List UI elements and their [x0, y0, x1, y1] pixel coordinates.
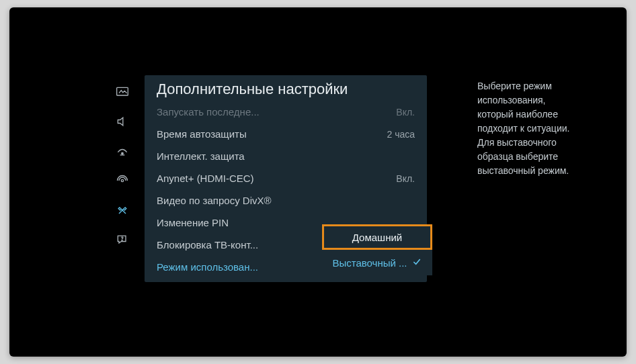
setting-value: Вкл. [396, 107, 415, 118]
picture-icon[interactable] [114, 85, 131, 99]
svg-point-3 [122, 240, 122, 240]
setting-label: Режим использован... [157, 261, 258, 273]
settings-content: Дополнительные настройки Запускать после… [106, 75, 536, 304]
setting-label: Время автозащиты [157, 128, 247, 140]
popup-option-label: Выставочный ... [332, 257, 407, 269]
help-text: Выберите режим использования, который на… [477, 79, 578, 178]
tv-frame: Дополнительные настройки Запускать после… [9, 7, 627, 357]
system-icon[interactable] [114, 203, 131, 218]
setting-value: Вкл. [396, 173, 415, 184]
setting-label: Блокировка ТВ-конт... [157, 239, 258, 251]
setting-row[interactable]: Время автозащиты2 часа [157, 123, 415, 145]
setting-row[interactable]: Запускать последне...Вкл. [157, 101, 415, 123]
setting-row[interactable]: Видео по запросу DivX® [157, 189, 415, 212]
setting-row[interactable]: Интеллект. защита [157, 145, 415, 167]
setting-value: 2 часа [387, 129, 415, 140]
setting-label: Интеллект. защита [157, 150, 245, 162]
sidebar [106, 75, 139, 304]
setting-label: Anynet+ (HDMI-CEC) [157, 173, 254, 184]
svg-point-1 [122, 152, 124, 154]
popup-option-home[interactable]: Домашний [322, 224, 432, 250]
support-icon[interactable] [114, 232, 131, 247]
main-panel: Дополнительные настройки Запускать после… [145, 75, 536, 304]
network-icon[interactable] [114, 173, 131, 188]
popup-option-exhibition[interactable]: Выставочный ... [322, 250, 432, 275]
check-icon [411, 257, 422, 269]
popup-option-label: Домашний [352, 232, 402, 243]
sound-icon[interactable] [114, 114, 131, 129]
broadcast-icon[interactable] [114, 144, 131, 158]
setting-label: Изменение PIN [157, 217, 229, 228]
svg-point-2 [121, 179, 123, 181]
setting-label: Запускать последне... [157, 106, 260, 118]
setting-row[interactable]: Anynet+ (HDMI-CEC)Вкл. [157, 167, 415, 189]
setting-label: Видео по запросу DivX® [157, 195, 272, 206]
panel-title: Дополнительные настройки [145, 75, 427, 101]
screen: Дополнительные настройки Запускать после… [25, 21, 611, 343]
usage-mode-popup: Домашний Выставочный ... [322, 224, 432, 275]
